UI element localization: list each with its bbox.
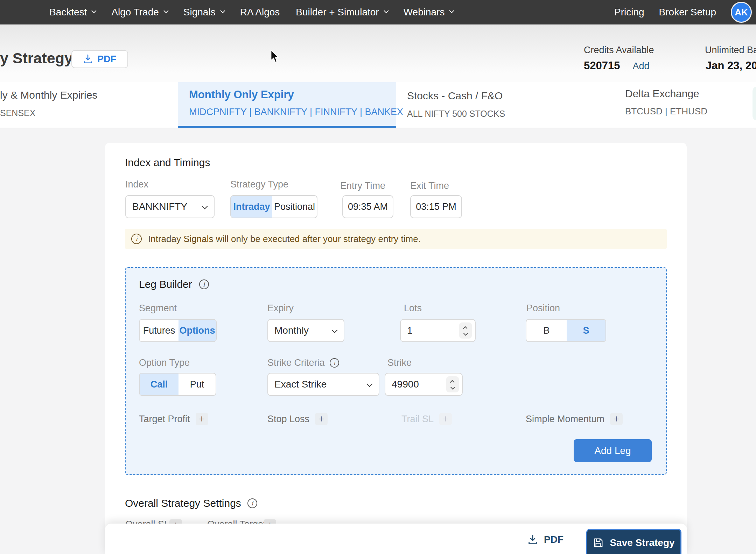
stepper-down-icon bbox=[463, 331, 468, 336]
tab-monthly-only-title: Monthly Only Expiry bbox=[189, 88, 294, 101]
avatar[interactable]: AK bbox=[731, 2, 752, 23]
strike-label: Strike bbox=[387, 357, 412, 368]
option-type-call[interactable]: Call bbox=[140, 374, 178, 395]
expiry-label: Expiry bbox=[267, 303, 294, 314]
plus-icon[interactable]: + bbox=[610, 413, 623, 425]
stepper-up-icon bbox=[463, 326, 467, 331]
entry-time-input[interactable]: 09:35 AM bbox=[342, 195, 393, 218]
chevron-down-icon bbox=[163, 8, 168, 13]
nav-item-signals[interactable]: Signals bbox=[183, 7, 224, 18]
tab-stocks-subtitle: ALL NIFTY 500 STOCKS bbox=[407, 109, 505, 119]
option-type-put[interactable]: Put bbox=[178, 374, 216, 395]
mouse-cursor bbox=[270, 50, 280, 64]
tab-monthly-only-subtitle: MIDCPNIFTY | BANKNIFTY | FINNIFTY | BANK… bbox=[189, 107, 403, 118]
exit-time-input[interactable]: 03:15 PM bbox=[410, 195, 462, 218]
segment-toggle: Futures Options bbox=[139, 319, 217, 342]
tab-delta-subtitle: BTCUSD | ETHUSD bbox=[625, 106, 707, 117]
tab-monthly-only-expiry[interactable]: Monthly Only Expiry MIDCPNIFTY | BANKNIF… bbox=[178, 82, 396, 128]
nav-item-builder-simulator[interactable]: Builder + Simulator bbox=[296, 7, 387, 18]
strike-stepper[interactable] bbox=[446, 376, 459, 392]
lots-stepper[interactable] bbox=[459, 322, 472, 339]
option-type-toggle: Call Put bbox=[139, 373, 216, 396]
exit-time-label: Exit Time bbox=[410, 180, 449, 191]
nav-item-pricing[interactable]: Pricing bbox=[614, 7, 644, 18]
index-timings-heading: Index and Timings bbox=[125, 157, 210, 169]
overall-strategy-settings-heading: Overall Strategy Settings bbox=[125, 497, 241, 509]
tab-weekly-monthly-subtitle: SENSEX bbox=[0, 108, 35, 118]
nav-item-ra-algos[interactable]: RA Algos bbox=[240, 7, 280, 18]
expiry-select[interactable]: Monthly bbox=[267, 319, 344, 342]
footer-pdf-label: PDF bbox=[544, 534, 564, 545]
chevron-down-icon bbox=[449, 8, 454, 13]
info-icon: i bbox=[131, 234, 142, 244]
unlimited-backtests-label: Unlimited Bac bbox=[705, 45, 756, 56]
info-icon[interactable]: i bbox=[199, 279, 209, 289]
pdf-button-label: PDF bbox=[97, 54, 116, 65]
leg-builder-heading: Leg Builder bbox=[139, 278, 192, 290]
stepper-up-icon bbox=[450, 380, 454, 384]
index-label: Index bbox=[125, 179, 148, 190]
banner-text: Intraday Signals will only be executed a… bbox=[148, 234, 421, 244]
position-sell[interactable]: S bbox=[567, 320, 606, 341]
segment-label: Segment bbox=[139, 303, 177, 314]
plus-icon[interactable]: + bbox=[196, 413, 208, 425]
info-icon[interactable]: i bbox=[330, 358, 339, 368]
plan-expiry-date: Jan 23, 202 bbox=[706, 59, 756, 72]
strategy-type-intraday[interactable]: Intraday bbox=[231, 196, 272, 218]
credits-available-label: Credits Available bbox=[584, 45, 654, 56]
chevron-down-icon bbox=[332, 327, 338, 333]
tab-weekly-monthly-expiries[interactable]: ly & Monthly Expiries bbox=[0, 89, 97, 101]
segment-futures[interactable]: Futures bbox=[140, 320, 178, 341]
strategy-type-positional[interactable]: Positional bbox=[272, 196, 317, 218]
position-toggle: B S bbox=[526, 319, 606, 342]
footer-action-bar: PDF Save Strategy bbox=[105, 524, 687, 554]
strategy-type-label: Strategy Type bbox=[230, 179, 288, 190]
position-label: Position bbox=[526, 303, 560, 314]
save-strategy-label: Save Strategy bbox=[610, 537, 674, 548]
index-select[interactable]: BANKNIFTY bbox=[125, 195, 215, 218]
target-profit-addon: Target Profit + bbox=[139, 413, 208, 425]
top-navbar: Backtest Algo Trade Signals RA Algos Bui… bbox=[0, 0, 756, 24]
nav-item-backtest[interactable]: Backtest bbox=[49, 7, 95, 18]
strike-criteria-select[interactable]: Exact Strike bbox=[267, 373, 379, 396]
trail-sl-addon: Trail SL + bbox=[401, 413, 452, 425]
position-buy[interactable]: B bbox=[526, 320, 567, 341]
tab-partial-next[interactable] bbox=[752, 86, 756, 121]
nav-menu: Backtest Algo Trade Signals RA Algos Bui… bbox=[49, 0, 453, 24]
chevron-down-icon bbox=[384, 8, 388, 13]
tab-delta-exchange[interactable]: Delta Exchange bbox=[625, 88, 699, 100]
chevron-down-icon bbox=[202, 204, 208, 209]
nav-item-broker-setup[interactable]: Broker Setup bbox=[659, 7, 716, 18]
strategy-type-toggle: Intraday Positional bbox=[230, 195, 317, 218]
chevron-down-icon bbox=[220, 8, 225, 13]
stop-loss-addon: Stop Loss + bbox=[267, 413, 328, 425]
leg-builder-panel: Leg Builder i Segment Expiry Lots Positi… bbox=[125, 267, 667, 475]
chevron-down-icon bbox=[367, 381, 373, 387]
lots-input[interactable]: 1 bbox=[400, 319, 476, 342]
entry-time-label: Entry Time bbox=[340, 180, 385, 191]
nav-item-algo-trade[interactable]: Algo Trade bbox=[111, 7, 167, 18]
intraday-info-banner: i Intraday Signals will only be executed… bbox=[125, 229, 667, 249]
pdf-download-button[interactable]: PDF bbox=[71, 50, 128, 68]
tab-stocks-cash-fo[interactable]: Stocks - Cash / F&O bbox=[407, 90, 503, 102]
save-icon bbox=[593, 538, 603, 548]
plus-icon[interactable]: + bbox=[315, 413, 328, 425]
add-credits-link[interactable]: Add bbox=[632, 61, 649, 72]
instrument-tab-strip: ly & Monthly Expiries SENSEX Monthly Onl… bbox=[0, 82, 756, 128]
segment-options[interactable]: Options bbox=[178, 320, 216, 341]
info-icon[interactable]: i bbox=[247, 498, 257, 508]
stepper-down-icon bbox=[450, 385, 455, 390]
download-icon bbox=[528, 534, 538, 545]
strategy-builder-card: Index and Timings Index Strategy Type En… bbox=[105, 143, 687, 554]
save-strategy-button[interactable]: Save Strategy bbox=[586, 529, 681, 554]
plus-icon: + bbox=[439, 413, 452, 425]
page-header: y Strategy PDF Credits Available 520715 … bbox=[0, 24, 756, 82]
add-leg-button[interactable]: Add Leg bbox=[574, 439, 652, 462]
credits-value: 520715 bbox=[584, 59, 620, 72]
footer-pdf-button[interactable]: PDF bbox=[528, 530, 564, 549]
download-icon bbox=[83, 54, 92, 64]
nav-item-webinars[interactable]: Webinars bbox=[404, 7, 453, 18]
chevron-down-icon bbox=[92, 8, 97, 13]
option-type-label: Option Type bbox=[139, 357, 190, 368]
strike-input[interactable]: 49900 bbox=[385, 373, 463, 396]
